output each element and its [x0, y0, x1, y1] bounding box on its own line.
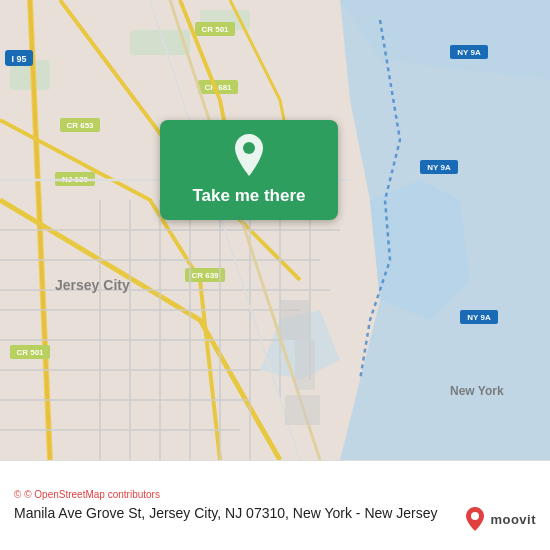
svg-point-49	[243, 142, 255, 154]
address-text: Manila Ave Grove St, Jersey City, NJ 073…	[14, 504, 536, 524]
moovit-pin-icon	[464, 506, 486, 532]
moovit-text: moovit	[490, 512, 536, 527]
svg-text:I 95: I 95	[11, 54, 26, 64]
svg-rect-46	[280, 300, 310, 340]
map-view: I 95 CR 501 CR 653 NJ 139 CR 681 CR 639 …	[0, 0, 550, 460]
svg-text:Jersey City: Jersey City	[55, 277, 130, 293]
svg-point-50	[471, 512, 479, 520]
svg-text:New York: New York	[450, 384, 504, 398]
svg-text:CR 501: CR 501	[201, 25, 229, 34]
svg-text:CR 639: CR 639	[191, 271, 219, 280]
moovit-logo: moovit	[464, 506, 536, 532]
location-pin-icon	[230, 132, 268, 178]
map-background: I 95 CR 501 CR 653 NJ 139 CR 681 CR 639 …	[0, 0, 550, 460]
take-me-there-button[interactable]: Take me there	[160, 120, 338, 220]
bottom-info-bar: © © OpenStreetMap contributors Manila Av…	[0, 460, 550, 550]
button-text: Take me there	[192, 186, 305, 206]
osm-credit: © © OpenStreetMap contributors	[14, 489, 536, 500]
svg-text:NY 9A: NY 9A	[457, 48, 481, 57]
svg-text:NY 9A: NY 9A	[467, 313, 491, 322]
svg-text:NY 9A: NY 9A	[427, 163, 451, 172]
svg-rect-47	[295, 340, 315, 390]
svg-text:CR 501: CR 501	[16, 348, 44, 357]
svg-text:CR 653: CR 653	[66, 121, 94, 130]
svg-rect-48	[285, 395, 320, 425]
